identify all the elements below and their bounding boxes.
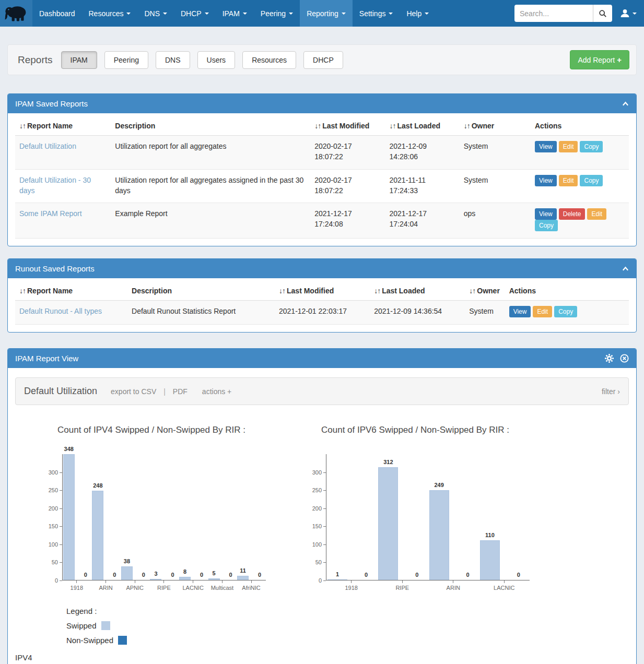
view-button[interactable]: View xyxy=(509,306,531,317)
view-button[interactable]: View xyxy=(535,141,557,152)
nav-item-reporting[interactable]: Reporting xyxy=(300,0,353,27)
tab-users[interactable]: Users xyxy=(197,51,236,69)
view-button[interactable]: View xyxy=(535,175,557,186)
actions-menu-link[interactable]: actions + xyxy=(202,387,231,396)
column-label: Last Modified xyxy=(322,122,369,130)
bar-value-label: 1 xyxy=(336,571,339,578)
chevron-right-icon: › xyxy=(617,387,620,396)
delete-button[interactable]: Delete xyxy=(559,208,586,220)
report-name-link[interactable]: Default Utilization - 30 days xyxy=(19,176,91,195)
bar-value-label: 0 xyxy=(200,572,203,579)
bar-chart-ipv6: Count of IPV6 Swipped / Non-Swipped By R… xyxy=(301,425,530,591)
y-axis: 050100150200250300 xyxy=(37,454,62,580)
nav-item-help[interactable]: Help xyxy=(400,0,436,27)
column-header-last-modified[interactable]: ↓↑Last Modified xyxy=(310,115,385,136)
y-tick-label: 150 xyxy=(49,523,58,529)
plot-area: 34802480380308050110 xyxy=(62,454,266,580)
tab-peering[interactable]: Peering xyxy=(104,51,148,69)
report-name-link[interactable]: Default Runout - All types xyxy=(19,307,102,315)
table-row-some-ipam-report: Some IPAM ReportExample Report2021-12-17… xyxy=(15,203,629,239)
column-header-last-modified[interactable]: ↓↑Last Modified xyxy=(275,280,370,301)
column-header-last-loaded[interactable]: ↓↑Last Loaded xyxy=(370,280,465,301)
column-header-report-name[interactable]: ↓↑Report Name xyxy=(15,280,127,301)
plus-icon: + xyxy=(617,55,622,64)
search-button[interactable] xyxy=(593,5,612,22)
sort-icon: ↓↑ xyxy=(374,287,380,295)
copy-button[interactable]: Copy xyxy=(580,141,603,152)
collapse-panel-icon[interactable] xyxy=(622,266,629,271)
table-row-default-utilization-30-days: Default Utilization - 30 daysUtilization… xyxy=(15,169,629,203)
bar-chart-ipv4: Count of IPV4 Swipped / Non-Swipped By R… xyxy=(37,425,266,591)
x-axis: 1918RIPEARINLACNIC xyxy=(301,580,530,591)
collapse-panel-icon[interactable] xyxy=(622,101,629,106)
export-csv-link[interactable]: export to CSV xyxy=(111,387,156,396)
x-axis-label: AfriNIC xyxy=(237,585,265,591)
bar-swipped-ripe xyxy=(378,467,398,580)
export-pdf-link[interactable]: PDF xyxy=(173,387,188,396)
chevron-down-icon xyxy=(289,13,293,15)
chart-title: Count of IPV4 Swipped / Non-Swipped By R… xyxy=(37,425,266,435)
report-description: Utilization report for all aggregates as… xyxy=(111,169,310,203)
tab-resources[interactable]: Resources xyxy=(242,51,296,69)
bar-group-lacnic: 1100 xyxy=(480,532,529,580)
nav-item-label: Settings xyxy=(359,9,386,18)
nav-item-peering[interactable]: Peering xyxy=(254,0,300,27)
nav-item-label: Resources xyxy=(89,9,124,18)
chevron-down-icon xyxy=(126,13,131,15)
bar-group-1918: 10 xyxy=(327,571,376,580)
column-header-report-name[interactable]: ↓↑Report Name xyxy=(15,115,111,136)
column-header-owner[interactable]: ↓↑Owner xyxy=(465,280,505,301)
x-axis: 1918ARINAPNICRIPELACNICMulticastAfriNIC xyxy=(37,580,266,591)
sort-icon: ↓↑ xyxy=(19,122,26,130)
copy-button[interactable]: Copy xyxy=(580,175,603,186)
nav-item-dhcp[interactable]: DHCP xyxy=(174,0,216,27)
nav-item-dashboard[interactable]: Dashboard xyxy=(32,0,82,27)
legend-item-non-swipped: Non-Swipped xyxy=(66,636,629,645)
bar-value-label: 110 xyxy=(485,532,495,539)
nav-item-label: DNS xyxy=(144,9,160,18)
close-panel-icon[interactable] xyxy=(620,354,629,363)
column-header-actions: Actions xyxy=(531,115,629,136)
nav-item-resources[interactable]: Resources xyxy=(82,0,138,27)
view-button[interactable]: View xyxy=(535,208,557,220)
report-name-link[interactable]: Some IPAM Report xyxy=(19,209,82,218)
edit-button[interactable]: Edit xyxy=(559,141,578,152)
column-header-owner[interactable]: ↓↑Owner xyxy=(460,115,531,136)
edit-button[interactable]: Edit xyxy=(533,306,552,317)
app-logo[interactable] xyxy=(0,0,32,27)
y-tick-label: 50 xyxy=(52,559,58,565)
user-icon xyxy=(620,9,629,18)
user-menu[interactable] xyxy=(620,9,637,18)
sort-icon: ↓↑ xyxy=(469,287,475,295)
edit-button[interactable]: Edit xyxy=(559,175,578,186)
filter-toggle[interactable]: filter › xyxy=(602,387,620,396)
search-input[interactable] xyxy=(514,5,593,22)
last-modified: 2021-12-17 17:24:08 xyxy=(310,203,385,239)
column-label: Actions xyxy=(535,122,561,130)
x-axis-label: ARIN xyxy=(429,585,477,591)
ipam-saved-reports-panel: IPAM Saved Reports ↓↑Report NameDescript… xyxy=(7,93,637,246)
bar-group-apnic: 380 xyxy=(121,558,149,580)
nav-item-dns[interactable]: DNS xyxy=(137,0,174,27)
nav-item-label: DHCP xyxy=(181,9,202,18)
table-row-default-runout-all-types: Default Runout - All typesDefault Runout… xyxy=(15,301,629,325)
tab-dhcp[interactable]: DHCP xyxy=(303,51,343,69)
column-header-last-loaded[interactable]: ↓↑Last Loaded xyxy=(385,115,460,136)
nav-item-ipam[interactable]: IPAM xyxy=(216,0,254,27)
x-axis-label: Multicast xyxy=(208,585,236,591)
copy-button[interactable]: Copy xyxy=(554,306,577,317)
nav-item-settings[interactable]: Settings xyxy=(353,0,400,27)
tab-dns[interactable]: DNS xyxy=(156,51,190,69)
reports-toolbar: Reports IPAMPeeringDNSUsersResourcesDHCP… xyxy=(7,44,637,75)
tab-ipam[interactable]: IPAM xyxy=(61,51,97,69)
x-axis-label: RIPE xyxy=(150,585,178,591)
bar-value-label: 0 xyxy=(517,572,520,579)
y-tick-label: 100 xyxy=(312,541,322,548)
bar-value-label: 0 xyxy=(113,572,116,579)
copy-button[interactable]: Copy xyxy=(535,220,558,231)
gear-icon[interactable] xyxy=(605,354,614,363)
bar-value-label: 5 xyxy=(213,570,216,577)
report-name-link[interactable]: Default Utilization xyxy=(19,142,76,150)
edit-button[interactable]: Edit xyxy=(587,208,606,220)
add-report-button[interactable]: Add Report+ xyxy=(570,50,629,69)
